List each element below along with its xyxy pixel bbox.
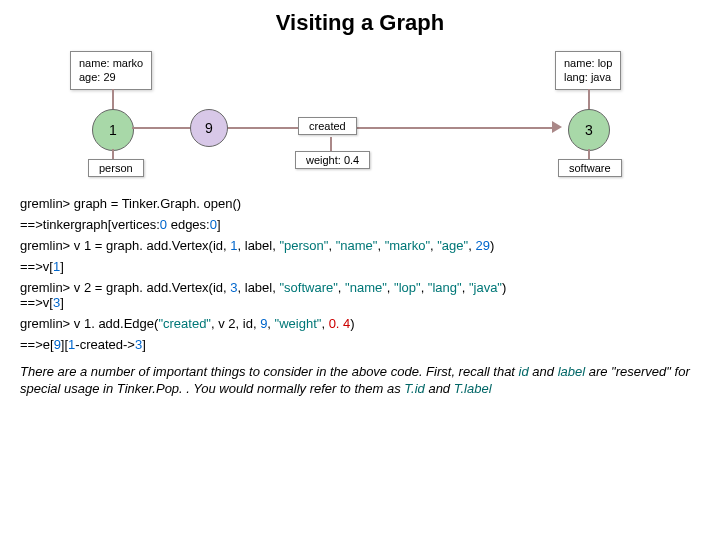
n: 0: [210, 217, 217, 232]
kw-label: label: [558, 364, 585, 379]
vertex1-circle: 1: [92, 109, 134, 151]
n: 1: [230, 238, 237, 253]
vertex1-properties: name: marko age: 29: [70, 51, 152, 90]
t: ]: [217, 217, 221, 232]
t: ,: [267, 316, 274, 331]
vertex3-label: software: [558, 159, 622, 177]
s: "name": [345, 280, 387, 295]
t: , label,: [238, 238, 280, 253]
vertex3-name: name: lop: [564, 56, 612, 70]
t: and: [529, 364, 558, 379]
t: There are a number of important things t…: [20, 364, 519, 379]
t: ==>v[: [20, 259, 53, 274]
t: gremlin> v 1. add.Edge(: [20, 316, 158, 331]
t: ]: [142, 337, 146, 352]
s: "marko": [385, 238, 430, 253]
n: 9: [54, 337, 61, 352]
t: ): [502, 280, 506, 295]
s: "weight": [275, 316, 322, 331]
t: ): [350, 316, 354, 331]
s: "java": [469, 280, 502, 295]
t: ][: [61, 337, 68, 352]
t: ,: [421, 280, 428, 295]
kw-tlabel: T.label: [454, 381, 492, 396]
t: ,: [462, 280, 469, 295]
s: "name": [336, 238, 378, 253]
t: edges:: [167, 217, 210, 232]
t: ,: [387, 280, 394, 295]
t: ==>e[: [20, 337, 54, 352]
edge-id-circle: 9: [190, 109, 228, 147]
vertex1-name: name: marko: [79, 56, 143, 70]
vertex1-age: age: 29: [79, 70, 143, 84]
t: ): [490, 238, 494, 253]
code-line-2: ==>tinkergraph[vertices:0 edges:0]: [20, 217, 700, 232]
code-line-7: gremlin> v 1. add.Edge("created", v 2, i…: [20, 316, 700, 331]
t: ]: [60, 295, 64, 310]
t: gremlin> v 1 = graph. add.Vertex(id,: [20, 238, 230, 253]
s: "lop": [394, 280, 421, 295]
code-line-1: gremlin> graph = Tinker.Graph. open(): [20, 196, 700, 211]
t: -created->: [75, 337, 135, 352]
code-line-4: ==>v[1]: [20, 259, 700, 274]
t: ,: [338, 280, 345, 295]
s: "created": [158, 316, 211, 331]
connector-line: [112, 89, 114, 111]
t: ,: [377, 238, 384, 253]
s: "lang": [428, 280, 462, 295]
t: ,: [328, 238, 335, 253]
kw-tid: T.id: [404, 381, 424, 396]
t: ==>v[: [20, 295, 53, 310]
t: gremlin> v 2 = graph. add.Vertex(id,: [20, 280, 230, 295]
kw-id: id: [519, 364, 529, 379]
code-line-8: ==>e[9][1-created->3]: [20, 337, 700, 352]
n: 3: [230, 280, 237, 295]
connector-line: [588, 89, 590, 111]
graph-diagram: name: marko age: 29 1 person 9 created w…: [40, 51, 680, 181]
s: "person": [279, 238, 328, 253]
vertex3-properties: name: lop lang: java: [555, 51, 621, 90]
code-line-5: gremlin> v 2 = graph. add.Vertex(id, 3, …: [20, 280, 700, 310]
footnote: There are a number of important things t…: [20, 364, 700, 398]
vertex3-circle: 3: [568, 109, 610, 151]
s: "age": [437, 238, 468, 253]
t: ]: [60, 259, 64, 274]
edge-weight: weight: 0.4: [295, 151, 370, 169]
page-title: Visiting a Graph: [20, 10, 700, 36]
vertex3-lang: lang: java: [564, 70, 612, 84]
edge-label: created: [298, 117, 357, 135]
n: 0: [160, 217, 167, 232]
t: ==>tinkergraph[vertices:: [20, 217, 160, 232]
vertex1-label: person: [88, 159, 144, 177]
arrowhead-icon: [552, 121, 562, 133]
t: and: [425, 381, 454, 396]
t: , label,: [238, 280, 280, 295]
t: ,: [321, 316, 328, 331]
code-line-3: gremlin> v 1 = graph. add.Vertex(id, 1, …: [20, 238, 700, 253]
n: 29: [475, 238, 489, 253]
s: "software": [279, 280, 337, 295]
n: 0. 4: [329, 316, 351, 331]
t: , v 2, id,: [211, 316, 260, 331]
